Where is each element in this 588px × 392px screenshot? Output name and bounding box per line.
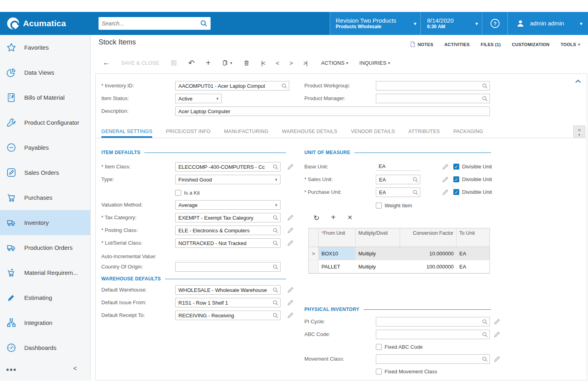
inquiries-menu-button[interactable]: INQUIRIES▾ — [354, 60, 396, 66]
tab-packaging[interactable]: PACKAGING — [453, 129, 483, 138]
cell-factor[interactable]: 10.000000 — [400, 247, 456, 260]
sidebar-item-payables[interactable]: Payables — [0, 135, 90, 160]
go-previous-button[interactable]: < — [270, 60, 284, 66]
search-input[interactable] — [99, 20, 200, 27]
search-icon[interactable] — [412, 189, 418, 195]
help-button[interactable]: ? — [482, 12, 507, 35]
divisible-unit-checkbox[interactable]: ✓ — [453, 176, 459, 182]
fixed-movement-class-checkbox[interactable] — [376, 369, 382, 375]
user-menu[interactable]: admin admin ▾ — [507, 12, 588, 35]
undo-button[interactable]: ↶ — [183, 58, 200, 68]
collapse-sidebar-icon[interactable]: < — [73, 365, 77, 373]
search-icon[interactable] — [273, 264, 279, 270]
cell-operation[interactable]: Multiply — [356, 247, 400, 260]
search-icon[interactable] — [482, 96, 488, 102]
col-conversion-factor[interactable]: Conversion Factor — [400, 228, 456, 247]
edit-pencil-icon[interactable] — [287, 214, 294, 221]
tools-menu-button[interactable]: TOOLS▾ — [561, 42, 580, 47]
edit-pencil-icon[interactable] — [442, 164, 449, 170]
tab-price-cost-info[interactable]: PRICE/COST INFO — [166, 129, 211, 138]
sidebar-item-product-configurator[interactable]: Product Configurator — [0, 110, 90, 135]
description-field[interactable]: Acer Laptop Computer — [175, 106, 490, 116]
tab-general-settings[interactable]: GENERAL SETTINGS — [101, 129, 152, 138]
actions-menu-button[interactable]: ACTIONS▾ — [315, 60, 354, 66]
sidebar-item-dashboards[interactable]: Dashboards — [0, 335, 90, 360]
customization-button[interactable]: CUSTOMIZATION — [512, 42, 549, 47]
go-next-button[interactable]: > — [284, 60, 298, 66]
search-icon[interactable] — [273, 300, 279, 306]
cell-operation[interactable]: Multiply — [356, 260, 400, 273]
tax-category-field[interactable]: EXEMPT - Exempt Tax Category — [175, 213, 280, 222]
grid-refresh-button[interactable]: ↻ — [313, 214, 319, 222]
edit-pencil-icon[interactable] — [287, 299, 294, 306]
search-icon[interactable] — [273, 228, 279, 234]
edit-pencil-icon[interactable] — [442, 189, 449, 195]
table-row[interactable]: PALLET Multiply 100.000000 EA — [309, 260, 489, 273]
sidebar-item-integration[interactable]: Integration — [0, 310, 90, 335]
default-issue-from-field[interactable]: R1S1 - Row 1 Shelf 1 — [175, 298, 280, 307]
search-icon[interactable] — [273, 287, 279, 293]
product-manager-field[interactable] — [376, 94, 490, 103]
col-multiply-divide[interactable]: Multiply/Divid — [356, 228, 400, 247]
tenant-selector[interactable]: Revision Two Products Products Wholesale… — [330, 12, 420, 35]
cell-to-unit[interactable]: EA — [456, 247, 490, 260]
tab-manufacturing[interactable]: MANUFACTURING — [224, 129, 269, 138]
activities-button[interactable]: ACTIVITIES — [445, 42, 470, 47]
default-warehouse-field[interactable]: WHOLESALE - Wholesale Warehouse — [175, 285, 280, 295]
grid-add-row-button[interactable]: + — [331, 213, 336, 222]
col-to-unit[interactable]: To Unit — [456, 228, 490, 247]
files-button[interactable]: FILES (1) — [481, 42, 501, 47]
sidebar-item-favorites[interactable]: Favorites — [0, 35, 90, 60]
edit-pencil-icon[interactable] — [494, 331, 500, 338]
search-icon[interactable] — [281, 83, 287, 89]
edit-pencil-icon[interactable] — [287, 240, 294, 246]
sidebar-item-purchases[interactable]: Purchases — [0, 185, 90, 210]
product-workgroup-field[interactable] — [376, 81, 490, 91]
col-from-unit[interactable]: *From Unit — [319, 228, 356, 247]
search-icon[interactable] — [482, 83, 488, 89]
edit-pencil-icon[interactable] — [442, 176, 449, 183]
movement-class-field[interactable] — [376, 354, 490, 364]
search-icon[interactable] — [482, 319, 488, 325]
purchase-unit-field[interactable]: EA — [376, 187, 420, 197]
edit-pencil-icon[interactable] — [287, 287, 294, 293]
acumatica-logo[interactable]: Acumatica — [0, 12, 91, 35]
global-search[interactable] — [99, 17, 211, 30]
edit-pencil-icon[interactable] — [494, 356, 500, 362]
country-of-origin-field[interactable] — [175, 262, 280, 272]
tab-warehouse-details[interactable]: WAREHOUSE DETAILS — [282, 129, 338, 138]
save-button[interactable] — [165, 60, 183, 66]
save-close-button[interactable]: SAVE & CLOSE — [116, 60, 165, 66]
sidebar-item-estimating[interactable]: Estimating — [0, 285, 90, 310]
edit-pencil-icon[interactable] — [287, 227, 294, 234]
copy-paste-button[interactable]: ▾ — [216, 60, 238, 66]
business-date-selector[interactable]: 8/14/2020 6:30 AM ▾ — [420, 12, 482, 35]
sidebar-item-data-views[interactable]: Data Views — [0, 60, 90, 85]
weight-item-checkbox[interactable] — [376, 203, 382, 209]
abc-code-field[interactable] — [376, 330, 490, 339]
divisible-unit-checkbox[interactable]: ✓ — [453, 164, 459, 170]
cell-to-unit[interactable]: EA — [456, 260, 490, 273]
go-last-button[interactable]: >| — [298, 60, 313, 66]
tab-overflow-button[interactable]: » ▾ — [573, 126, 585, 137]
posting-class-field[interactable]: ELE - Electronics & Computers — [175, 226, 280, 235]
grid-delete-row-button[interactable]: × — [348, 213, 352, 222]
cell-factor[interactable]: 100.000000 — [400, 260, 456, 273]
base-unit-field[interactable]: EA — [376, 162, 420, 171]
sidebar-item-material-requirements[interactable]: Material Requirem... — [0, 260, 90, 285]
back-button[interactable]: ← — [97, 58, 116, 67]
inventory-id-field[interactable]: AACOMPUT01 - Acer Laptop Comput — [175, 81, 289, 91]
fixed-abc-code-checkbox[interactable] — [376, 344, 382, 350]
tab-vendor-details[interactable]: VENDOR DETAILS — [351, 129, 395, 138]
edit-pencil-icon[interactable] — [494, 319, 500, 325]
search-icon[interactable] — [273, 215, 279, 221]
sidebar-item-sales-orders[interactable]: Sales Orders — [0, 160, 90, 185]
sidebar-item-inventory[interactable]: Inventory — [0, 210, 90, 235]
search-icon[interactable] — [482, 356, 488, 362]
divisible-unit-checkbox[interactable]: ✓ — [453, 189, 459, 195]
search-icon[interactable] — [273, 240, 279, 246]
go-first-button[interactable]: |< — [255, 60, 270, 66]
delete-button[interactable] — [238, 60, 255, 66]
sidebar-item-production-orders[interactable]: Production Orders — [0, 235, 90, 260]
more-icon[interactable] — [6, 369, 9, 371]
